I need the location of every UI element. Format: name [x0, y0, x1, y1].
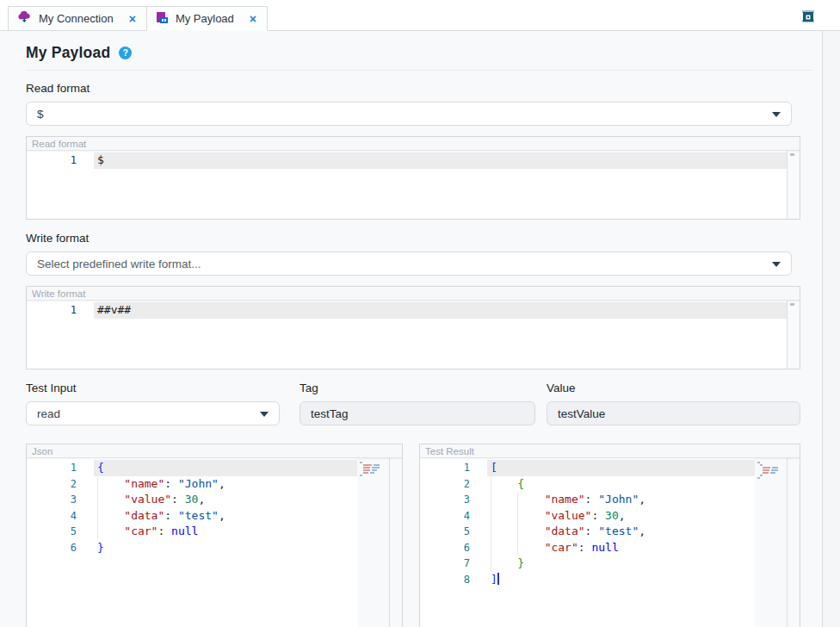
editor-scrollbar[interactable] [787, 458, 800, 627]
tab-label: My Connection [39, 12, 114, 25]
json-editor-title: Json [27, 444, 402, 458]
editor-scroll-zone[interactable] [357, 458, 402, 627]
close-icon[interactable]: × [129, 13, 136, 25]
write-format-code-area[interactable]: 1##v## [27, 301, 800, 369]
minimap[interactable] [357, 458, 389, 627]
title-divider [26, 70, 812, 71]
write-format-editor: Write format 1##v## [26, 286, 800, 369]
editor-scrollbar[interactable] [389, 458, 402, 627]
value-input[interactable] [547, 401, 800, 425]
read-format-label: Read format [26, 82, 800, 96]
read-format-select[interactable]: $ [26, 102, 792, 126]
payload-form: My Payload ? Read format $ Read format 1… [26, 31, 800, 627]
test-input-select-value: read [37, 407, 60, 420]
read-format-editor: Read format 1$ [26, 136, 800, 220]
indent-guide [517, 492, 518, 556]
write-format-label: Write format [26, 232, 800, 245]
help-icon[interactable]: ? [119, 47, 132, 59]
tab-label: My Payload [176, 12, 234, 25]
write-format-select[interactable]: Select predefined write format... [26, 251, 792, 276]
close-icon[interactable]: × [250, 13, 256, 25]
read-format-code-area[interactable]: 1$ [27, 151, 800, 219]
tab-my-payload[interactable]: My Payload × [146, 6, 268, 31]
write-format-editor-title: Write format [27, 287, 800, 301]
chevron-down-icon [260, 412, 269, 417]
test-input-select[interactable]: read [26, 401, 280, 425]
tag-input[interactable] [300, 401, 535, 425]
test-result-editor: Test Result 1[2 {3 [419, 444, 800, 627]
tab-bar: My Connection × My Payload × [0, 0, 840, 31]
write-format-select-placeholder: Select predefined write format... [37, 258, 201, 270]
minimap [790, 303, 794, 306]
test-result-code-area[interactable]: 1[2 {3 "name": "John",4 "value": 30,5 "d… [420, 458, 800, 627]
read-format-select-value: $ [37, 108, 44, 121]
tab-my-connection[interactable]: My Connection × [8, 6, 147, 31]
page-scrollbar[interactable] [822, 31, 840, 627]
cloud-connection-icon [17, 10, 32, 27]
json-editor: Json 1{2 "name": "John",3 "value": 30,4 [26, 444, 403, 627]
test-result-editor-title: Test Result [420, 444, 800, 458]
panel-toggle-icon[interactable] [800, 9, 816, 24]
indent-guide [97, 476, 98, 540]
value-label: Value [547, 382, 800, 395]
payload-braces-icon [156, 11, 169, 27]
editor-scroll-zone[interactable] [755, 458, 800, 627]
page-title: My Payload [26, 44, 110, 62]
chevron-down-icon [772, 262, 781, 267]
minimap [790, 153, 794, 156]
editor-scrollbar[interactable] [787, 151, 800, 219]
indent-guide [491, 476, 491, 572]
editor-scrollbar[interactable] [787, 301, 800, 369]
read-format-editor-title: Read format [27, 137, 800, 151]
tag-label: Tag [300, 382, 535, 395]
minimap[interactable] [755, 458, 787, 627]
json-code-area[interactable]: 1{2 "name": "John",3 "value": 30,4 "data… [27, 458, 402, 627]
chevron-down-icon [772, 112, 781, 117]
test-input-label: Test Input [26, 382, 280, 395]
